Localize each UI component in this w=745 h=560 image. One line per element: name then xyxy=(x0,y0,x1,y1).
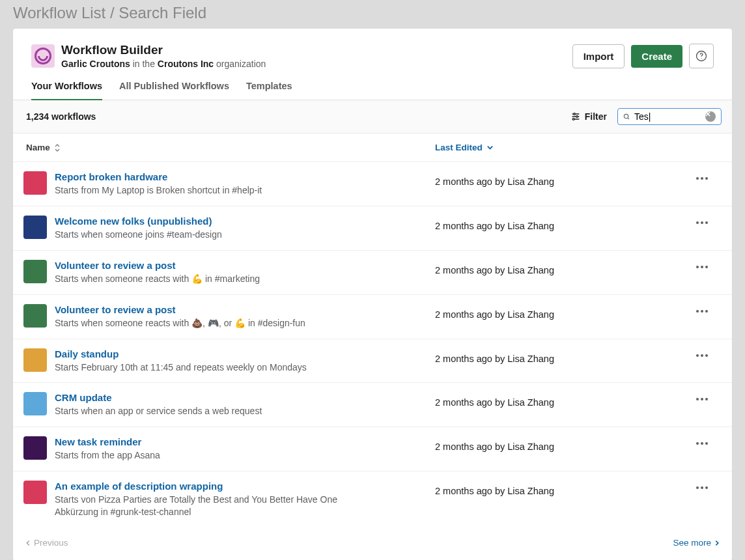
tab-all-published[interactable]: All Published Workflows xyxy=(119,81,229,100)
svg-point-26 xyxy=(705,354,708,357)
row-main: Welcome new folks (unpublished)Starts wh… xyxy=(55,216,435,241)
last-edited-text: 2 months ago by Lisa Zhang xyxy=(435,260,682,275)
row-actions xyxy=(682,436,722,445)
workflow-description: Starts from the app Asana xyxy=(55,449,354,462)
column-name-label: Name xyxy=(26,143,50,152)
copyright-circle-icon xyxy=(35,48,51,64)
svg-point-32 xyxy=(705,442,708,445)
more-actions-button[interactable] xyxy=(696,265,709,269)
column-last-edited-label: Last Edited xyxy=(435,143,483,152)
table-row: Welcome new folks (unpublished)Starts wh… xyxy=(13,206,732,250)
import-button[interactable]: Import xyxy=(572,44,625,68)
workflow-title[interactable]: Volunteer to review a post xyxy=(55,260,422,271)
tabs: Your Workflows All Published Workflows T… xyxy=(13,69,732,100)
create-button[interactable]: Create xyxy=(631,45,682,68)
svg-point-27 xyxy=(696,398,699,400)
tab-templates[interactable]: Templates xyxy=(246,81,292,100)
svg-point-13 xyxy=(701,177,703,180)
search-box[interactable] xyxy=(617,108,722,125)
user-name: Garlic Croutons xyxy=(61,59,130,69)
chevron-left-icon xyxy=(25,540,31,546)
column-name[interactable]: Name xyxy=(23,143,435,152)
workflow-list: Report broken hardwareStarts from My Lap… xyxy=(13,161,732,527)
workflow-description: Starts when someone reacts with 💪 in #ma… xyxy=(55,273,354,285)
more-actions-button[interactable] xyxy=(696,441,709,445)
svg-point-15 xyxy=(696,221,699,224)
clear-search-button[interactable] xyxy=(705,111,716,122)
svg-point-14 xyxy=(705,177,708,180)
svg-point-3 xyxy=(573,113,575,115)
svg-point-8 xyxy=(624,114,628,118)
page-title: Workflow Builder xyxy=(61,43,572,57)
svg-point-22 xyxy=(701,310,703,313)
page-subtitle: Garlic Croutons in the Croutons Inc orga… xyxy=(61,59,572,69)
svg-point-20 xyxy=(705,266,708,268)
last-edited-text: 2 months ago by Lisa Zhang xyxy=(435,481,682,496)
dots-horizontal-icon xyxy=(696,309,709,313)
svg-point-17 xyxy=(705,221,708,224)
filter-button[interactable]: Filter xyxy=(570,111,607,122)
svg-point-31 xyxy=(701,442,703,445)
previous-button[interactable]: Previous xyxy=(25,538,68,548)
see-more-button[interactable]: See more xyxy=(673,538,720,548)
workflow-title[interactable]: An example of description wrapping xyxy=(55,481,422,492)
question-icon xyxy=(696,50,707,62)
tab-your-workflows[interactable]: Your Workflows xyxy=(31,81,102,100)
svg-point-30 xyxy=(696,442,699,445)
svg-point-5 xyxy=(576,116,578,118)
workflow-description: Starts when someone reacts with 💩, 🎮, or… xyxy=(55,317,354,329)
more-actions-button[interactable] xyxy=(696,309,709,313)
search-input[interactable] xyxy=(634,111,701,122)
title-group: Workflow Builder Garlic Croutons in the … xyxy=(61,43,572,69)
row-main: An example of description wrappingStarts… xyxy=(55,481,435,518)
row-actions xyxy=(682,260,722,269)
table-row: CRM updateStarts when an app or service … xyxy=(13,382,732,427)
row-actions xyxy=(682,348,722,357)
row-actions xyxy=(682,171,722,180)
last-edited-text: 2 months ago by Lisa Zhang xyxy=(435,171,682,187)
header: Workflow Builder Garlic Croutons in the … xyxy=(13,29,732,69)
svg-point-34 xyxy=(701,486,703,489)
row-actions xyxy=(682,392,722,401)
workflow-title[interactable]: New task reminder xyxy=(55,436,422,447)
workflow-title[interactable]: Daily standup xyxy=(55,348,422,359)
workflow-title[interactable]: Welcome new folks (unpublished) xyxy=(55,216,422,227)
more-actions-button[interactable] xyxy=(696,176,709,180)
last-edited-text: 2 months ago by Lisa Zhang xyxy=(435,304,682,320)
workflow-color-icon xyxy=(23,481,47,504)
workflow-count: 1,234 workflows xyxy=(23,111,570,122)
column-last-edited[interactable]: Last Edited xyxy=(435,143,682,152)
svg-point-18 xyxy=(696,266,699,268)
svg-point-28 xyxy=(701,398,703,400)
svg-point-7 xyxy=(572,119,574,120)
workflow-color-icon xyxy=(23,348,47,372)
row-main: Volunteer to review a postStarts when so… xyxy=(55,260,435,285)
toolbar: 1,234 workflows Filter xyxy=(13,100,732,133)
workflow-title[interactable]: CRM update xyxy=(55,392,422,403)
more-actions-button[interactable] xyxy=(696,397,709,401)
dots-horizontal-icon xyxy=(696,265,709,269)
workflow-description: Starts when an app or service sends a we… xyxy=(55,405,354,417)
dots-horizontal-icon xyxy=(696,397,709,401)
workflow-color-icon xyxy=(23,260,47,283)
workflow-color-icon xyxy=(23,392,47,415)
page-annotation-label: Workflow List / Search Field xyxy=(0,0,745,29)
workflow-title[interactable]: Report broken hardware xyxy=(55,171,422,182)
chevron-right-icon xyxy=(714,540,720,546)
more-actions-button[interactable] xyxy=(696,221,709,225)
org-name: Croutons Inc xyxy=(158,59,214,69)
workflow-color-icon xyxy=(23,216,47,239)
workflow-title[interactable]: Volunteer to review a post xyxy=(55,304,422,315)
help-button[interactable] xyxy=(689,44,714,68)
svg-line-9 xyxy=(628,117,629,119)
more-actions-button[interactable] xyxy=(696,486,709,490)
more-actions-button[interactable] xyxy=(696,354,709,357)
svg-point-19 xyxy=(701,266,703,268)
svg-point-29 xyxy=(705,398,708,400)
sliders-icon xyxy=(570,111,581,122)
previous-label: Previous xyxy=(34,538,68,548)
chevron-down-icon xyxy=(486,144,494,151)
row-actions xyxy=(682,304,722,313)
workflow-color-icon xyxy=(23,304,47,328)
workflow-color-icon xyxy=(23,171,47,195)
